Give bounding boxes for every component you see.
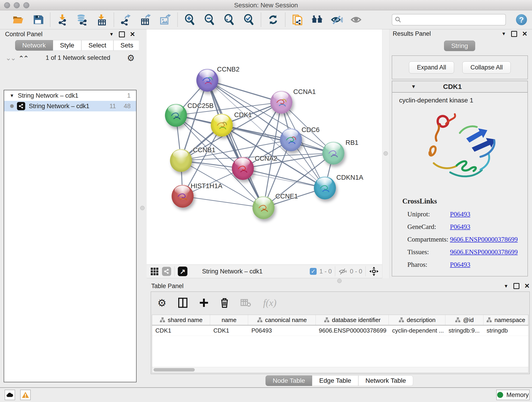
- column-header--id[interactable]: @id: [445, 315, 483, 325]
- network-node-cdc6[interactable]: [280, 128, 302, 151]
- column-header-name[interactable]: name: [210, 315, 248, 325]
- refresh-icon[interactable]: [267, 14, 279, 26]
- table-panel-menu-icon[interactable]: ▼: [504, 283, 508, 289]
- column-header-description[interactable]: description: [389, 315, 445, 325]
- cloud-status-button[interactable]: [5, 390, 15, 400]
- network-share-icon[interactable]: [162, 267, 171, 276]
- left-splitter-handle[interactable]: [140, 206, 145, 210]
- export-table-icon[interactable]: [140, 14, 152, 26]
- tab-string[interactable]: String: [444, 41, 475, 51]
- birdseye-view-icon[interactable]: ↗: [178, 267, 187, 276]
- network-canvas[interactable]: CCNB2CCNA1CDC25BCDK1CDC6RB1CCNB1CCNA2CDK…: [147, 29, 382, 265]
- results-panel-menu-icon[interactable]: ▼: [501, 31, 506, 36]
- tab-network-table[interactable]: Network Table: [358, 375, 413, 386]
- scrollbar-thumb[interactable]: [153, 368, 195, 371]
- crosslink-link[interactable]: P06493: [450, 211, 470, 218]
- table-horizontal-scrollbar[interactable]: [152, 367, 528, 373]
- column-header-database-identifier[interactable]: database identifier: [316, 315, 389, 325]
- table-cell[interactable]: CDK1: [152, 325, 210, 336]
- open-session-icon[interactable]: [12, 14, 24, 26]
- tab-select[interactable]: Select: [81, 40, 114, 51]
- table-cell[interactable]: stringdb: [483, 325, 528, 336]
- selected-checkbox-icon[interactable]: ✓: [310, 268, 317, 275]
- function-builder-icon[interactable]: f(x): [263, 297, 276, 308]
- table-cell[interactable]: stringdb:9...: [445, 325, 483, 336]
- network-node-rb1[interactable]: [322, 142, 344, 165]
- table-cell[interactable]: cyclin-dependent ...: [389, 325, 445, 336]
- network-node-ccnb2[interactable]: [196, 69, 218, 92]
- save-session-icon[interactable]: [32, 14, 44, 26]
- table-cell[interactable]: CDK1: [210, 325, 248, 336]
- table-row[interactable]: CDK1CDK1P064939606.ENSP00000378699cyclin…: [152, 325, 528, 336]
- home-icon[interactable]: [311, 14, 323, 26]
- right-splitter-handle[interactable]: [384, 151, 388, 156]
- network-node-ccna1[interactable]: [270, 91, 292, 114]
- expand-all-button[interactable]: Expand All: [409, 61, 454, 74]
- grid-view-icon[interactable]: [151, 268, 158, 275]
- column-header-canonical-name[interactable]: canonical name: [248, 315, 316, 325]
- column-header-shared-name[interactable]: shared name: [152, 315, 210, 325]
- control-panel-close-icon[interactable]: ✕: [130, 32, 135, 37]
- node-entry-header[interactable]: ▼ CDK1: [392, 81, 527, 93]
- delete-column-icon[interactable]: [220, 298, 229, 308]
- results-panel-close-icon[interactable]: ✕: [522, 32, 527, 36]
- network-edge[interactable]: [243, 168, 325, 188]
- column-header-namespace[interactable]: namespace: [483, 315, 528, 325]
- network-node-cdkn1a[interactable]: [314, 177, 336, 199]
- network-edge[interactable]: [183, 196, 264, 208]
- network-from-selection-icon[interactable]: [291, 14, 303, 26]
- import-network-from-database-icon[interactable]: [76, 14, 88, 26]
- network-options-gear-icon[interactable]: ⚙: [127, 55, 135, 61]
- zoom-in-icon[interactable]: [184, 14, 196, 26]
- network-node-ccne1[interactable]: [253, 196, 274, 219]
- right-splitter[interactable]: [382, 29, 389, 278]
- add-column-icon[interactable]: [199, 298, 209, 307]
- zoom-fit-icon[interactable]: [223, 14, 235, 26]
- entry-collapse-icon[interactable]: ▼: [411, 84, 416, 89]
- crosslink-link[interactable]: P06493: [450, 223, 470, 230]
- network-node-ccna2[interactable]: [232, 157, 254, 180]
- crosslink-link[interactable]: 9606.ENSP00000378699: [450, 248, 518, 256]
- table-panel-close-icon[interactable]: ✕: [525, 284, 530, 288]
- table-cell[interactable]: P06493: [248, 325, 316, 336]
- network-collection-row[interactable]: ▼ String Network – cdk1 1: [4, 90, 136, 101]
- tab-network[interactable]: Network: [15, 40, 53, 51]
- import-table-icon[interactable]: [96, 14, 108, 26]
- collapse-all-networks-icon[interactable]: ⌄⌄: [6, 55, 15, 61]
- memory-button[interactable]: Memory: [496, 390, 530, 400]
- export-image-icon[interactable]: [159, 14, 171, 26]
- delete-table-icon[interactable]: [241, 299, 251, 307]
- show-columns-icon[interactable]: [178, 298, 187, 308]
- crosslink-link[interactable]: 9606.ENSP00000378699: [450, 236, 518, 243]
- network-row-selected[interactable]: String Network – cdk1 11 48: [4, 101, 136, 111]
- table-cell[interactable]: 9606.ENSP00000378699: [316, 325, 389, 336]
- network-edges[interactable]: [147, 29, 382, 265]
- control-panel-float-icon[interactable]: [119, 32, 125, 37]
- tab-edge-table[interactable]: Edge Table: [312, 375, 358, 386]
- fit-content-crosshair-icon[interactable]: [369, 266, 379, 276]
- tab-node-table[interactable]: Node Table: [266, 375, 312, 386]
- collapse-all-button[interactable]: Collapse All: [462, 61, 511, 74]
- left-splitter[interactable]: [139, 29, 146, 278]
- hide-selected-icon[interactable]: [331, 14, 343, 26]
- expand-all-networks-icon[interactable]: ⌄⌄: [19, 55, 29, 61]
- show-all-icon[interactable]: [351, 14, 362, 26]
- network-node-ccnb1[interactable]: [170, 149, 192, 172]
- tab-sets[interactable]: Sets: [114, 40, 140, 51]
- warnings-button[interactable]: [20, 390, 31, 400]
- help-icon[interactable]: ?: [516, 14, 527, 25]
- table-settings-gear-icon[interactable]: ⚙: [157, 297, 166, 309]
- search-input[interactable]: [404, 16, 496, 24]
- export-network-icon[interactable]: [120, 14, 132, 26]
- network-node-hist1h1a[interactable]: [172, 185, 194, 208]
- collection-expand-icon[interactable]: ▼: [10, 93, 14, 98]
- table-panel-float-icon[interactable]: [513, 283, 519, 289]
- zoom-out-icon[interactable]: [203, 14, 215, 26]
- control-panel-menu-icon[interactable]: ▼: [109, 32, 114, 37]
- results-panel-float-icon[interactable]: [511, 31, 517, 37]
- network-node-cdk1[interactable]: [211, 114, 233, 137]
- network-node-cdc25b[interactable]: [165, 104, 187, 127]
- tab-style[interactable]: Style: [53, 40, 81, 51]
- crosslink-link[interactable]: P06493: [450, 261, 470, 268]
- zoom-selected-icon[interactable]: [243, 14, 255, 26]
